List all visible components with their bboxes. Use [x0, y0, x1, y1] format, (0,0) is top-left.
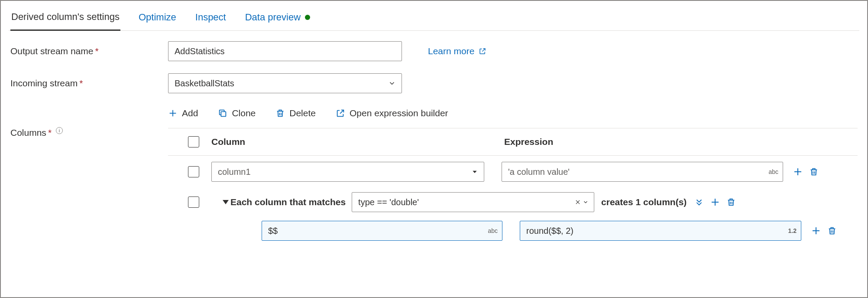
pattern-name-expression-input[interactable]: $$ abc — [262, 221, 502, 241]
required-asterisk: * — [95, 46, 98, 56]
plus-icon — [168, 108, 178, 118]
column-name-value: column1 — [218, 167, 251, 177]
columns-label: Columns* i — [10, 105, 168, 138]
table-row: column1 'a column value' abc — [168, 156, 858, 188]
expression-value: 'a column value' — [508, 167, 570, 177]
row-actions — [793, 167, 819, 177]
output-stream-label: Output stream name* — [10, 46, 168, 56]
columns-toolbar: Add Clone Delete — [168, 105, 858, 128]
close-icon[interactable] — [575, 199, 581, 205]
required-asterisk: * — [48, 128, 52, 138]
pattern-value-expression-input[interactable]: round($$, 2) 1.2 — [520, 221, 801, 241]
required-asterisk: * — [79, 78, 83, 88]
delete-row-button[interactable] — [827, 226, 837, 236]
add-button-label: Add — [182, 108, 198, 118]
type-tag: abc — [768, 168, 778, 175]
external-link-icon — [479, 47, 486, 55]
row-checkbox[interactable] — [188, 196, 199, 208]
info-icon[interactable]: i — [56, 127, 63, 134]
tab-settings-label: Derived column's settings — [11, 11, 120, 23]
clone-button[interactable]: Clone — [218, 108, 256, 118]
pattern-row: Each column that matches type == 'double… — [168, 188, 858, 218]
tab-preview-label: Data preview — [245, 12, 301, 23]
learn-more-text: Learn more — [428, 46, 474, 56]
columns-row: Columns* i Add Clon — [10, 105, 858, 247]
tab-settings[interactable]: Derived column's settings — [10, 9, 120, 31]
tab-inspect[interactable]: Inspect — [194, 9, 227, 30]
expression-input[interactable]: 'a column value' abc — [502, 162, 783, 182]
delete-button[interactable]: Delete — [275, 108, 316, 118]
tab-inspect-label: Inspect — [195, 12, 226, 23]
tab-bar: Derived column's settings Optimize Inspe… — [9, 1, 859, 31]
pattern-suffix-label: creates 1 column(s) — [601, 197, 687, 207]
open-expression-builder-button[interactable]: Open expression builder — [336, 108, 448, 118]
svg-marker-5 — [473, 171, 476, 173]
copy-icon — [218, 108, 227, 118]
output-stream-row: Output stream name* Learn more — [10, 41, 858, 61]
status-dot-icon — [305, 15, 310, 20]
open-icon — [336, 108, 345, 118]
column-name-dropdown[interactable]: column1 — [211, 162, 484, 182]
incoming-stream-select-wrap — [168, 73, 402, 93]
row-actions — [694, 197, 736, 207]
delete-button-label: Delete — [289, 108, 316, 118]
delete-row-button[interactable] — [726, 197, 736, 207]
caret-down-icon — [472, 169, 478, 175]
pattern-name-value: $$ — [268, 226, 278, 236]
columns-table-header: Column Expression — [168, 128, 858, 156]
tab-optimize[interactable]: Optimize — [138, 9, 177, 30]
tab-data-preview[interactable]: Data preview — [244, 9, 311, 30]
output-stream-label-text: Output stream name — [10, 46, 93, 56]
clear-and-dropdown-icons — [575, 199, 589, 205]
add-row-button[interactable] — [793, 167, 803, 177]
svg-rect-2 — [221, 111, 226, 116]
type-tag: abc — [488, 227, 498, 234]
pattern-sub-row: $$ abc round($$, 2) 1.2 — [168, 218, 858, 247]
open-builder-label: Open expression builder — [350, 108, 448, 118]
tab-optimize-label: Optimize — [139, 12, 176, 23]
pattern-condition-input[interactable]: type == 'double' — [352, 192, 594, 212]
add-button[interactable]: Add — [168, 108, 198, 118]
expression-header: Expression — [504, 137, 553, 147]
incoming-stream-select[interactable] — [168, 73, 402, 93]
derived-column-settings-panel: Derived column's settings Optimize Inspe… — [0, 0, 868, 298]
pattern-prefix-label: Each column that matches — [230, 197, 346, 207]
incoming-stream-label: Incoming stream* — [10, 78, 168, 88]
delete-row-button[interactable] — [809, 167, 819, 177]
pattern-expr-value: round($$, 2) — [526, 226, 573, 236]
output-stream-input[interactable] — [168, 41, 402, 61]
incoming-stream-label-text: Incoming stream — [10, 78, 78, 88]
trash-icon — [275, 108, 285, 118]
add-row-button[interactable] — [811, 226, 821, 236]
row-checkbox[interactable] — [188, 166, 199, 177]
clone-button-label: Clone — [232, 108, 256, 118]
double-chevron-down-icon[interactable] — [694, 197, 704, 207]
expand-triangle-icon[interactable] — [223, 200, 229, 204]
select-all-checkbox[interactable] — [188, 136, 199, 147]
learn-more-link[interactable]: Learn more — [428, 46, 486, 56]
type-tag: 1.2 — [788, 227, 797, 234]
incoming-stream-row: Incoming stream* — [10, 73, 858, 93]
columns-editor: Add Clone Delete — [168, 105, 858, 247]
column-header: Column — [211, 137, 489, 147]
columns-label-text: Columns — [10, 128, 46, 138]
form-area: Output stream name* Learn more Incoming … — [9, 31, 859, 247]
add-row-button[interactable] — [710, 197, 720, 207]
row-actions — [811, 226, 837, 236]
chevron-down-icon[interactable] — [583, 199, 589, 205]
pattern-condition-value: type == 'double' — [358, 197, 419, 207]
